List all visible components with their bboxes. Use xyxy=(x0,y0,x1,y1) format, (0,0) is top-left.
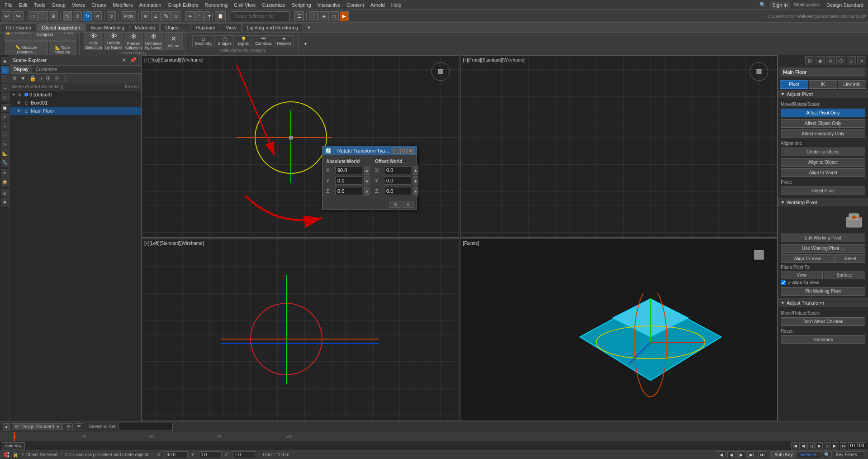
view-btn[interactable]: View xyxy=(121,11,136,21)
sidebar-icon-14[interactable]: ⊞ xyxy=(1,189,9,197)
menu-views[interactable]: Views xyxy=(69,1,88,9)
measure-distance-btn[interactable]: 📏 Measure Distance... xyxy=(5,41,48,55)
workspace-icon-btn[interactable]: ⊞ xyxy=(65,423,73,430)
center-to-object-btn[interactable]: Center to Object xyxy=(781,148,865,156)
menu-modifiers[interactable]: Modifiers xyxy=(110,1,136,9)
ik-tab[interactable]: IK xyxy=(809,80,837,89)
xview-btn[interactable]: ✕ xView xyxy=(164,33,183,50)
tab-populate[interactable]: Populate xyxy=(191,24,220,31)
undo-btn[interactable]: ↩ xyxy=(2,11,12,21)
workspace-selector[interactable]: ⊞ Design Standard ▼ xyxy=(12,423,63,430)
viewport-bottom-left[interactable]: [+][Left][Standard][Wireframe] xyxy=(141,239,459,421)
sidebar-icon-7[interactable]: ✧ xyxy=(1,122,9,130)
ws-icon-btn2[interactable]: ☰ xyxy=(75,423,83,430)
abs-y-up-btn[interactable]: ▲ xyxy=(364,176,370,185)
keyframe-btn[interactable]: Auto Key xyxy=(2,442,25,449)
scene-cols-btn[interactable]: ⋮ xyxy=(61,75,69,82)
next-key-btn[interactable]: ▷ xyxy=(824,442,831,449)
menu-customize[interactable]: Customize xyxy=(259,1,288,9)
menu-file[interactable]: File xyxy=(2,1,15,9)
rp-icon-btn-5[interactable]: △ xyxy=(847,56,856,65)
menu-tools[interactable]: Tools xyxy=(31,1,48,9)
sidebar-icon-4[interactable]: △ xyxy=(1,93,9,101)
rp-icon-btn-6[interactable]: ✕ xyxy=(857,56,866,65)
rp-icon-btn-2[interactable]: ◉ xyxy=(816,56,825,65)
compass-btn[interactable]: 🧭 Compass xyxy=(33,33,57,41)
abs-x-up-btn[interactable]: ▲ xyxy=(364,166,370,175)
scene-lock-btn[interactable]: 🔒 xyxy=(28,75,38,82)
layer-manager-btn[interactable]: 📋 xyxy=(215,11,226,21)
sidebar-icon-5[interactable]: 🔲 xyxy=(1,104,9,112)
tab-materials[interactable]: Materials xyxy=(130,24,160,31)
menu-animation[interactable]: Animation xyxy=(137,1,164,9)
edit-working-pivot-btn[interactable]: Edit Working Pivot xyxy=(781,234,865,242)
dialog-maximize-btn[interactable]: □ xyxy=(400,148,407,154)
menu-help[interactable]: Help xyxy=(389,1,404,9)
select-obj-btn[interactable]: ◻ xyxy=(28,11,38,21)
working-pivot-header[interactable]: ▼ Working Pivot xyxy=(778,198,868,206)
abs-x-input[interactable] xyxy=(335,166,362,174)
sign-in-btn[interactable]: Sign In xyxy=(769,1,790,9)
playback-prev-btn[interactable]: ◀ xyxy=(727,451,735,458)
render-setup-btn[interactable]: ◻ xyxy=(330,11,339,21)
scene-sort-btn[interactable]: ↕ xyxy=(38,75,44,82)
menu-civil-view[interactable]: Civil View xyxy=(231,1,258,9)
helpers-btn[interactable]: ✚ Helpers xyxy=(275,35,294,47)
sidebar-icon-3[interactable]: ↔ xyxy=(1,84,9,92)
percent-snap-btn[interactable]: % xyxy=(161,11,171,21)
tab-expand[interactable]: ▼ xyxy=(304,24,313,31)
prev-frame-btn[interactable]: |◀ xyxy=(791,442,798,449)
transform-reset-btn[interactable]: Transform xyxy=(781,335,865,344)
off-z-input[interactable] xyxy=(384,187,411,195)
search-btn[interactable]: 🔍 xyxy=(822,451,832,458)
off-y-input[interactable] xyxy=(384,177,411,185)
tab-object-inspection[interactable]: Object Inspection xyxy=(37,24,85,31)
rp-icon-btn-4[interactable]: ⬡ xyxy=(836,56,845,65)
tab-object[interactable]: Object ... xyxy=(160,24,190,31)
abs-z-input[interactable] xyxy=(335,187,362,195)
angle-snap-btn[interactable]: ∠ xyxy=(151,11,161,21)
pivot-tab[interactable]: Pivot xyxy=(780,80,808,89)
object-name-input[interactable] xyxy=(781,68,865,76)
select-region-btn[interactable]: ⬚ xyxy=(38,11,48,21)
scene-box001[interactable]: 👁 ◻ Box001 ⋮ xyxy=(10,99,141,107)
point-btn[interactable]: · Point xyxy=(58,33,76,41)
rp-icon-btn-1[interactable]: ⊞ xyxy=(805,56,814,65)
scale-btn[interactable]: ⊲ xyxy=(93,11,102,21)
affect-object-only-btn[interactable]: Affect Object Only xyxy=(781,119,865,128)
snap-toggle-btn[interactable]: ⊕ xyxy=(141,11,150,21)
scene-layer-0[interactable]: ▼ ◈ 0 (default) xyxy=(10,91,141,99)
expand-ribbon-btn[interactable]: ▼ xyxy=(302,40,309,48)
scene-expand-btn[interactable]: ⊞ xyxy=(45,75,52,82)
lights-btn[interactable]: 💡 Lights xyxy=(235,35,252,47)
menu-interactive[interactable]: Interactive xyxy=(315,1,343,9)
surface-btn-pivot[interactable]: Surface xyxy=(824,271,866,279)
align-dropdown-btn[interactable]: ▼ xyxy=(204,11,210,21)
key-filters-btn[interactable]: Key Filters ... xyxy=(834,451,864,458)
protractor-btn[interactable]: 📐 Protractor xyxy=(5,33,32,41)
reset-btn[interactable]: Reset xyxy=(835,254,865,263)
redo-btn[interactable]: ↪ xyxy=(13,11,24,21)
rp-icon-btn-3[interactable]: ⊙ xyxy=(826,56,835,65)
last-frame-btn[interactable]: ⏭ xyxy=(840,442,847,449)
status-x-input[interactable] xyxy=(165,451,188,458)
dialog-minimize-btn[interactable]: − xyxy=(393,148,399,154)
sidebar-icon-2[interactable]: ⋮ xyxy=(1,75,9,83)
sidebar-icon-10[interactable]: 📐 xyxy=(1,149,9,158)
scene-close-btn[interactable]: ✕ xyxy=(120,57,128,64)
freeze-selection-btn[interactable]: ❄ Freeze Selection xyxy=(124,33,143,50)
timeline-cursor[interactable] xyxy=(14,432,15,441)
hide-selection-btn[interactable]: 👁 Hide Selection xyxy=(84,33,103,50)
reset-pivot-btn[interactable]: Reset Pivot xyxy=(781,186,865,195)
spinner-snap-btn[interactable]: ⊙ xyxy=(171,11,180,21)
material-editor-btn[interactable]: ◈ xyxy=(320,11,329,21)
play-btn[interactable]: ▶ xyxy=(816,442,823,449)
sidebar-icon-15[interactable]: ✱ xyxy=(1,198,9,206)
status-z-input[interactable] xyxy=(232,451,255,458)
named-sel-btn[interactable]: ☰ xyxy=(294,11,304,21)
sidebar-icon-12[interactable]: 👁 xyxy=(1,169,9,177)
affect-pivot-only-btn[interactable]: Affect Pivot Only xyxy=(781,109,865,117)
adjust-transform-header[interactable]: ▼ Adjust Transform xyxy=(778,299,868,307)
select-btn[interactable]: ↖ xyxy=(63,11,72,21)
reference-btn[interactable]: ⊙ xyxy=(107,11,116,21)
